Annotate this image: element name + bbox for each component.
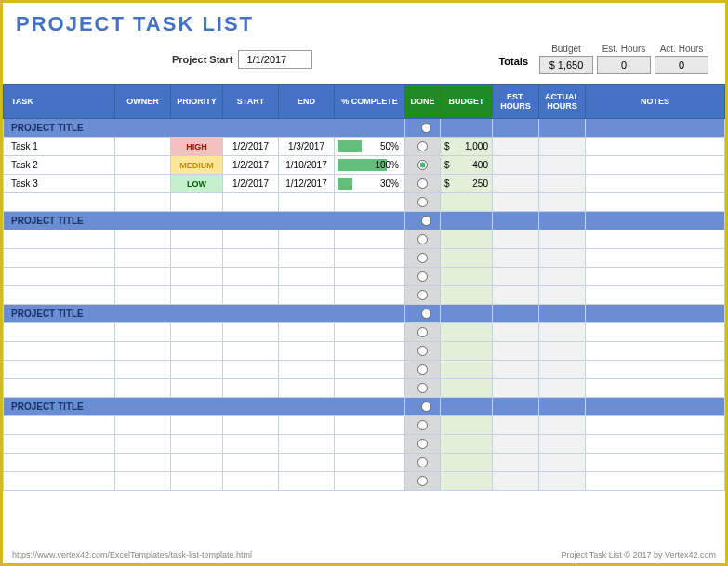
table-row[interactable] <box>4 286 725 305</box>
end-cell[interactable]: 1/10/2017 <box>279 156 335 175</box>
est-cell[interactable] <box>493 156 539 175</box>
done-radio[interactable] <box>421 216 431 226</box>
table-row[interactable] <box>4 193 725 212</box>
table-row[interactable] <box>4 230 725 249</box>
notes-cell[interactable] <box>586 156 725 175</box>
task-table: TASK OWNER PRIORITY START END % COMPLETE… <box>3 84 725 491</box>
act-cell[interactable] <box>539 156 586 175</box>
est-cell[interactable] <box>493 175 539 193</box>
h-owner: OWNER <box>115 85 171 119</box>
h-notes: NOTES <box>586 85 725 119</box>
done-radio[interactable] <box>417 160 428 170</box>
table-row[interactable]: Task 1 HIGH 1/2/2017 1/3/2017 50% $1,000 <box>4 138 725 156</box>
done-radio[interactable] <box>421 309 431 319</box>
h-end: END <box>279 85 335 119</box>
footer: https://www.vertex42.com/ExcelTemplates/… <box>12 550 716 559</box>
h-priority: PRIORITY <box>171 85 223 119</box>
footer-copyright: Project Task List © 2017 by Vertex42.com <box>561 550 716 559</box>
section-row: PROJECT TITLE <box>4 305 725 323</box>
table-row[interactable] <box>4 454 725 472</box>
est-col-label: Est. Hours <box>597 44 651 54</box>
section-row: PROJECT TITLE <box>4 212 725 230</box>
done-radio[interactable] <box>417 178 428 189</box>
table-row[interactable] <box>4 268 725 286</box>
done-radio[interactable] <box>417 141 428 151</box>
start-cell[interactable]: 1/2/2017 <box>223 175 279 193</box>
task-name[interactable]: Task 2 <box>4 156 115 175</box>
pct-cell[interactable]: 30% <box>335 175 405 193</box>
total-est: 0 <box>597 56 651 74</box>
budget-col-label: Budget <box>539 44 593 54</box>
owner-cell[interactable] <box>115 156 171 175</box>
notes-cell[interactable] <box>586 138 725 156</box>
table-row[interactable] <box>4 379 725 398</box>
total-budget: $ 1,650 <box>539 56 593 74</box>
budget-cell[interactable]: $400 <box>441 156 493 175</box>
end-cell[interactable]: 1/3/2017 <box>279 138 335 156</box>
done-radio[interactable] <box>417 346 428 356</box>
table-row[interactable] <box>4 472 725 491</box>
project-start-label: Project Start <box>172 54 232 65</box>
done-radio[interactable] <box>417 383 428 393</box>
section-row: PROJECT TITLE <box>4 119 725 138</box>
priority-cell[interactable]: MEDIUM <box>171 156 223 175</box>
priority-cell[interactable]: LOW <box>171 175 223 193</box>
h-est: EST. HOURS <box>493 85 539 119</box>
done-radio[interactable] <box>417 271 428 282</box>
pct-cell[interactable]: 100% <box>335 156 405 175</box>
priority-cell[interactable]: HIGH <box>171 138 223 156</box>
project-start-input[interactable] <box>238 50 312 69</box>
done-radio[interactable] <box>417 253 428 263</box>
act-col-label: Act. Hours <box>655 44 708 54</box>
table-row[interactable] <box>4 416 725 435</box>
end-cell[interactable]: 1/12/2017 <box>279 175 335 193</box>
done-radio[interactable] <box>417 457 428 467</box>
done-radio[interactable] <box>417 420 428 430</box>
task-name[interactable]: Task 3 <box>4 175 115 193</box>
table-row[interactable] <box>4 342 725 361</box>
act-cell[interactable] <box>539 138 586 156</box>
h-pct: % COMPLETE <box>335 85 405 119</box>
done-radio[interactable] <box>417 234 428 244</box>
totals-label: Totals <box>498 56 528 74</box>
h-act: ACTUAL HOURS <box>539 85 586 119</box>
spreadsheet-frame: PROJECT TASK LIST Project Start Budget E… <box>0 0 728 566</box>
table-row[interactable] <box>4 323 725 342</box>
footer-url: https://www.vertex42.com/ExcelTemplates/… <box>12 550 252 559</box>
done-radio[interactable] <box>417 290 428 300</box>
owner-cell[interactable] <box>115 138 171 156</box>
table-row[interactable] <box>4 361 725 379</box>
done-radio[interactable] <box>417 476 428 486</box>
h-budget: BUDGET <box>441 85 493 119</box>
owner-cell[interactable] <box>115 175 171 193</box>
table-row[interactable]: Task 3 LOW 1/2/2017 1/12/2017 30% $250 <box>4 175 725 193</box>
budget-cell[interactable]: $250 <box>441 175 493 193</box>
notes-cell[interactable] <box>586 175 725 193</box>
page-title: PROJECT TASK LIST <box>3 3 725 40</box>
done-radio[interactable] <box>417 197 428 207</box>
h-task: TASK <box>4 85 115 119</box>
section-row: PROJECT TITLE <box>4 398 725 416</box>
done-radio[interactable] <box>421 401 431 412</box>
done-radio[interactable] <box>417 364 428 375</box>
header-row: TASK OWNER PRIORITY START END % COMPLETE… <box>4 85 725 119</box>
done-radio[interactable] <box>421 123 431 133</box>
pct-cell[interactable]: 50% <box>335 138 405 156</box>
table-row[interactable]: Task 2 MEDIUM 1/2/2017 1/10/2017 100% $4… <box>4 156 725 175</box>
topbar: Project Start Budget Est. Hours Act. Hou… <box>3 40 725 84</box>
start-cell[interactable]: 1/2/2017 <box>223 138 279 156</box>
start-cell[interactable]: 1/2/2017 <box>223 156 279 175</box>
table-row[interactable] <box>4 249 725 268</box>
done-radio[interactable] <box>417 439 428 449</box>
task-name[interactable]: Task 1 <box>4 138 115 156</box>
budget-cell[interactable]: $1,000 <box>441 138 493 156</box>
h-start: START <box>223 85 279 119</box>
table-row[interactable] <box>4 435 725 454</box>
act-cell[interactable] <box>539 175 586 193</box>
est-cell[interactable] <box>493 138 539 156</box>
h-done: DONE <box>405 85 441 119</box>
done-radio[interactable] <box>417 327 428 337</box>
total-act: 0 <box>655 56 708 74</box>
